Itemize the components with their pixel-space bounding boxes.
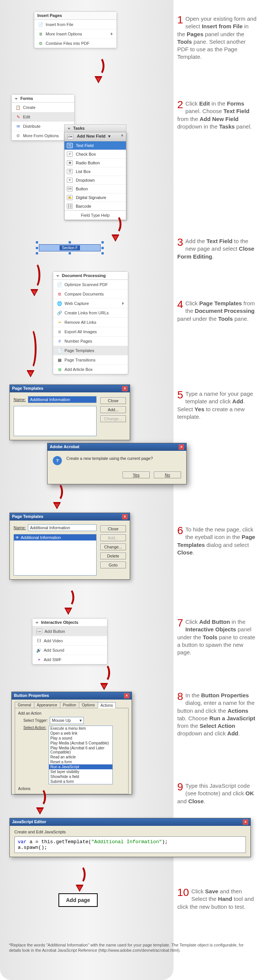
io-add-button[interactable]: OKAdd Button	[32, 627, 107, 636]
collapse-icon[interactable]	[56, 275, 59, 277]
list-item[interactable]: Show/hide a field	[49, 774, 112, 779]
step-number: 4	[177, 300, 183, 309]
dp-articlebox[interactable]: ⊞Add Article Box	[53, 364, 128, 374]
field-type-dropdown[interactable]: ▾ Dropdown	[65, 176, 126, 184]
close-icon[interactable]: ×	[124, 693, 129, 698]
menu-item-combine[interactable]: ⧉ Combine Files into PDF	[34, 38, 116, 48]
close-icon[interactable]: ×	[122, 386, 127, 391]
dp-compare[interactable]: ⧉Compare Documents	[53, 289, 128, 299]
template-list[interactable]: 👁 Additional Information	[14, 534, 97, 576]
menu-item-insert-from-file[interactable]: 📄 Insert from File	[34, 20, 116, 29]
close-button[interactable]: Close	[100, 525, 126, 532]
list-item[interactable]: Play Media (Acrobat 5 Compatible)	[49, 741, 112, 746]
menu-header[interactable]: OK Add New Field ▾ ×	[65, 132, 126, 142]
arrow-3	[28, 262, 43, 296]
form-text-field[interactable]: Section F	[36, 241, 104, 255]
forms-edit[interactable]: ✎ Edit	[12, 112, 74, 121]
step-text: in the	[230, 619, 245, 625]
dp-pagetransitions[interactable]: ▦Page Transitions	[53, 355, 128, 364]
no-button[interactable]: No	[154, 471, 181, 478]
dp-removelinks[interactable]: ✂Remove All Links	[53, 317, 128, 327]
close-icon[interactable]: ×	[120, 134, 124, 138]
dp-numberpages[interactable]: #Number Pages	[53, 336, 128, 346]
tab-appearance[interactable]: Appearance	[34, 702, 60, 708]
add-page-button[interactable]: Add page	[59, 893, 98, 907]
template-name-input[interactable]: Additional Information	[28, 524, 97, 531]
action-select[interactable]: Execute a menu item Open a web link Play…	[49, 725, 113, 784]
close-icon[interactable]: ×	[243, 819, 248, 825]
field-type-signature[interactable]: ✍ Digital Signature	[65, 193, 126, 202]
unlink-icon: ✂	[57, 320, 62, 325]
step-bold: Yes	[195, 406, 204, 412]
list-item[interactable]: Play a sound	[49, 736, 112, 741]
step-text: panel under the	[177, 315, 218, 322]
dp-webcapture[interactable]: 🌐Web Capture	[53, 299, 128, 308]
name-label: Name:	[14, 525, 25, 530]
tab-actions[interactable]: Actions	[98, 702, 116, 708]
arrow-4	[24, 328, 40, 377]
step-bold: Save	[205, 888, 218, 894]
dp-pagetemplates[interactable]: 📄Page Templates	[53, 346, 128, 355]
text-field-icon: T|	[67, 143, 73, 148]
field-type-checkbox[interactable]: ✔ Check Box	[65, 150, 126, 158]
io-add-video[interactable]: 🎞Add Video	[32, 636, 107, 645]
list-item[interactable]: Submit a form	[49, 779, 112, 784]
step-2: 2 Click Edit in the Forms panel. Choose …	[177, 100, 256, 130]
add-button[interactable]: Add...	[100, 406, 126, 413]
list-item[interactable]: Execute a menu item	[49, 726, 112, 731]
tab-options[interactable]: Options	[79, 702, 98, 708]
delete-button[interactable]: Delete	[100, 552, 126, 559]
template-list-item[interactable]: 👁 Additional Information	[14, 535, 96, 541]
change-button[interactable]: Change...	[100, 544, 126, 550]
close-button[interactable]: Close	[100, 397, 126, 404]
list-item[interactable]: Open a web link	[49, 731, 112, 736]
field-type-text[interactable]: T| Text Field	[65, 142, 126, 150]
add-new-field-menu: OK Add New Field ▾ × T| Text Field ✔ Che…	[64, 132, 126, 220]
arrow-1	[92, 57, 108, 83]
panel-title: Tasks	[73, 126, 84, 130]
step-bold: Tools	[177, 38, 192, 45]
yes-button[interactable]: Yes	[122, 471, 150, 478]
page-templates-dialog: Page Templates × Name: Additional Inform…	[10, 385, 130, 440]
list-item[interactable]: Play Media (Acrobat 6 and Later Compatib…	[49, 746, 112, 755]
collapse-icon[interactable]	[15, 98, 18, 100]
code-editor[interactable]: var a = this.getTemplate("Additional Inf…	[14, 837, 246, 853]
menu-label: Button	[76, 186, 88, 191]
dp-createlinks[interactable]: 🔗Create Links from URLs	[53, 308, 128, 317]
io-add-swf[interactable]: ✦Add SWF	[32, 655, 107, 664]
step-5: 5 Type a name for your page template and…	[177, 390, 256, 421]
menu-item-more-insert[interactable]: 🗎 More Insert Options	[34, 29, 116, 38]
step-text: .	[193, 549, 194, 555]
collapse-icon[interactable]	[67, 128, 70, 130]
list-item[interactable]: Set layer visibility	[49, 769, 112, 774]
field-type-radio[interactable]: ◉ Radio Button	[65, 158, 126, 167]
template-name-input[interactable]: Additional Information	[28, 396, 97, 403]
eyeball-icon[interactable]: 👁	[16, 536, 19, 540]
template-list[interactable]	[14, 406, 97, 436]
trigger-select[interactable]: Mouse Up▾	[50, 717, 84, 724]
field-type-button[interactable]: OK Button	[65, 184, 126, 193]
tab-position[interactable]: Position	[60, 702, 80, 708]
step-text: In the	[186, 692, 201, 698]
collapse-icon[interactable]	[35, 622, 38, 624]
step-bold: Edit	[199, 100, 210, 107]
step-text: from the	[177, 722, 199, 729]
field-type-barcode[interactable]: ║║ Barcode	[65, 202, 126, 210]
io-add-sound[interactable]: 🔊Add Sound	[32, 645, 107, 655]
list-item[interactable]: Read an article	[49, 755, 112, 759]
dp-optimize[interactable]: 📄Optimize Scanned PDF	[53, 280, 128, 289]
tab-general[interactable]: General	[15, 702, 34, 708]
submenu-arrow-icon	[122, 302, 124, 305]
create-form-icon: 📋	[16, 105, 21, 110]
close-icon[interactable]: ×	[122, 514, 127, 519]
goto-button[interactable]: Goto	[100, 562, 126, 568]
list-item[interactable]: Reset a form	[49, 759, 112, 764]
options-icon: 🗎	[38, 31, 43, 37]
close-icon[interactable]: ×	[179, 444, 184, 450]
menu-label: Add Article Box	[65, 367, 93, 372]
field-type-listbox[interactable]: ☰ List Box	[65, 167, 126, 176]
forms-create[interactable]: 📋 Create	[12, 102, 74, 112]
dp-exportimages[interactable]: 🗎Export All Images	[53, 327, 128, 336]
javascript-editor-dialog: JavaScript Editor × Create and Edit Java…	[10, 818, 251, 857]
list-item-selected[interactable]: Run a JavaScript	[49, 764, 112, 769]
